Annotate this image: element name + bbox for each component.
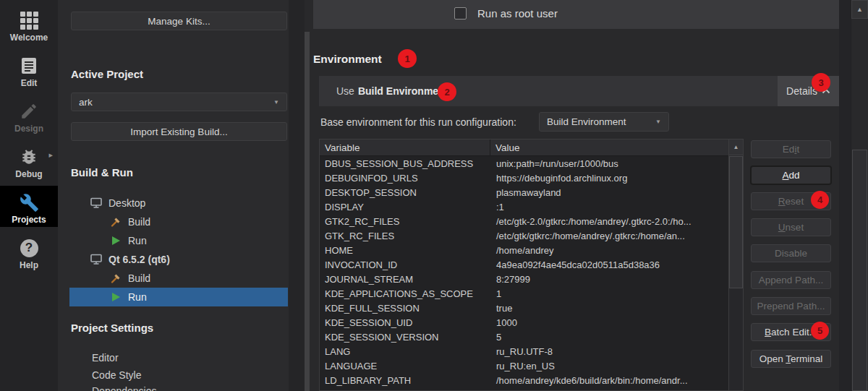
reset-button[interactable]: Reset4 [751,192,831,210]
tree-item-run[interactable]: Run [69,288,288,306]
project-settings-heading: Project Settings [71,322,153,334]
variable-cell: LANG [320,346,490,357]
run-as-root-label: Run as root user [477,7,558,20]
base-environment-select[interactable]: Build Environment ▼ [539,112,669,132]
column-header-value[interactable]: Value [490,139,743,155]
add-button[interactable]: Add [751,166,831,184]
sidebar-item-edit[interactable]: Edit [0,49,58,90]
active-project-value: ark [79,97,93,108]
value-cell: https://debuginfod.archlinux.org [490,173,743,184]
value-cell: unix:path=/run/user/1000/bus [490,158,743,169]
value-cell: 4a9ea092f4ae45dca02d0511a5d38a36 [490,259,743,270]
panel-gutter [289,0,305,391]
append-path-button-label: Append Path... [759,275,823,285]
table-row[interactable]: LANGUAGEru_RU:en_US [320,358,743,373]
table-row[interactable]: DISPLAY:1 [320,199,743,214]
value-cell: /home/andrey [490,245,743,256]
settings-item-code-style[interactable]: Code Style [92,369,141,381]
table-scrollbar-thumb[interactable] [729,156,743,288]
tree-item-run[interactable]: Run [58,231,288,250]
value-cell: true [490,303,743,314]
tree-item-qt-6-5-2-qt6-[interactable]: Qt 6.5.2 (qt6) [58,250,288,269]
environment-details-header[interactable]: Use Build Environment Details 3 [319,76,839,106]
sidebar-item-help[interactable]: ?Help [0,231,58,272]
prepend-path-button[interactable]: Prepend Path... [751,297,831,315]
disable-button[interactable]: Disable [751,244,831,262]
splitter-handle[interactable] [305,32,310,391]
variable-cell: KDE_SESSION_UID [320,317,490,328]
open-terminal-button-label: Open Terminal [760,353,823,364]
sidebar-item-label: Edit [21,78,38,88]
environment-heading: Environment [313,53,382,66]
settings-item-dependencies[interactable]: Dependencies [92,385,157,391]
table-row[interactable]: KDE_APPLICATIONS_AS_SCOPE1 [320,286,743,301]
value-cell: 1000 [490,317,743,328]
table-row[interactable]: LANGru_RU.UTF-8 [320,344,743,358]
window-scrollbar-thumb[interactable] [852,150,867,391]
table-row[interactable]: DESKTOP_SESSIONplasmawayland [320,185,743,199]
project-panel: Manage Kits... Active Project ark ▼ Impo… [58,0,289,391]
sidebar-item-projects[interactable]: Projects [0,186,58,227]
details-button[interactable]: Details 3 [778,76,839,106]
tree-item-desktop[interactable]: Desktop [58,194,288,212]
environment-variables-table: Variable Value DBUS_SESSION_BUS_ADDRESSu… [319,139,744,391]
question-icon: ? [20,239,38,257]
tree-item-label: Desktop [109,197,145,209]
table-row[interactable]: GTK2_RC_FILES/etc/gtk-2.0/gtkrc:/home/an… [320,214,743,228]
base-environment-value: Build Environment [547,116,626,127]
active-project-select[interactable]: ark ▼ [71,93,287,111]
variable-cell: DESKTOP_SESSION [320,187,490,198]
append-path-button[interactable]: Append Path... [751,271,831,289]
wrench-icon [20,190,39,215]
table-row[interactable]: HOME/home/andrey [320,243,743,257]
mnemonic-underline: U [778,222,786,233]
sidebar-item-label: Help [20,260,38,270]
tree-item-build[interactable]: Build [58,269,288,288]
prepend-path-button-label: Prepend Path... [757,301,825,311]
use-environment-label: Use Build Environment [336,76,448,106]
sidebar-item-debug[interactable]: ▸Debug [0,140,58,181]
mnemonic-underline: A [782,170,788,181]
table-row[interactable]: GTK_RC_FILES/etc/gtk/gtkrc:/home/andrey/… [320,228,743,243]
mnemonic-underline: T [786,353,791,364]
use-environment-value: Build Environment [358,85,448,97]
batch-edit-button[interactable]: Batch Edit...5 [751,323,831,341]
sidebar-item-design[interactable]: Design [0,95,58,136]
tree-item-label: Qt 6.5.2 (qt6) [109,254,170,265]
edit-button[interactable]: Edit [751,140,831,158]
unset-button[interactable]: Unset [751,218,831,236]
table-row[interactable]: INVOCATION_ID4a9ea092f4ae45dca02d0511a5d… [320,257,743,272]
table-row[interactable]: DEBUGINFOD_URLShttps://debuginfod.archli… [320,171,743,185]
table-row[interactable]: LD_LIBRARY_PATH/home/andrey/kde6/build/a… [320,373,743,387]
table-row[interactable]: KDE_FULL_SESSIONtrue [320,301,743,315]
chevron-down-icon: ▼ [273,99,286,106]
build-and-run-heading: Build & Run [71,166,133,179]
import-existing-build-button[interactable]: Import Existing Build... [71,122,287,141]
value-cell: ru_RU:en_US [490,361,743,371]
settings-item-editor[interactable]: Editor [92,352,119,364]
hammer-icon [110,216,122,228]
value-cell: ru_RU.UTF-8 [490,346,743,357]
table-row[interactable]: JOURNAL_STREAM8:27999 [320,272,743,286]
tree-item-label: Build [128,272,150,284]
tree-item-build[interactable]: Build [58,212,288,231]
manage-kits-button[interactable]: Manage Kits... [71,12,287,30]
question-icon: ? [20,236,38,260]
submenu-arrow-icon: ▸ [48,150,53,160]
monitor-icon [90,254,102,265]
scroll-up-icon[interactable]: ▲ [851,0,868,19]
scroll-up-icon[interactable]: ▲ [729,139,743,155]
table-row[interactable]: DBUS_SESSION_BUS_ADDRESSunix:path=/run/u… [320,156,743,171]
run-as-root-checkbox[interactable] [454,7,467,20]
document-icon [20,53,38,78]
table-scrollbar[interactable]: ▲ [728,139,743,390]
open-terminal-button[interactable]: Open Terminal [751,350,831,368]
monitor-icon [90,197,102,209]
variable-cell: INVOCATION_ID [320,259,490,270]
table-row[interactable]: KDE_SESSION_UID1000 [320,315,743,330]
sidebar-item-welcome[interactable]: Welcome [0,4,58,45]
variable-cell: LD_LIBRARY_PATH [320,375,490,386]
column-header-variable[interactable]: Variable [320,139,490,155]
table-row[interactable]: KDE_SESSION_VERSION5 [320,330,743,344]
window-scrollbar[interactable]: ▲ [851,0,868,391]
